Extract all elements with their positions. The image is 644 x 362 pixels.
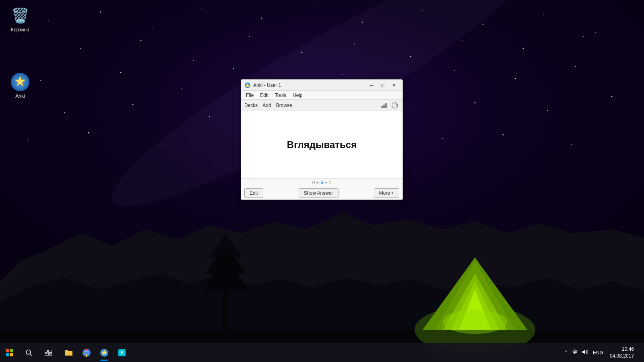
svg-point-4: [201, 8, 202, 8]
svg-point-14: [193, 60, 194, 61]
anki-desktop-icon[interactable]: Anki: [4, 70, 36, 101]
svg-rect-62: [383, 105, 385, 108]
taskbar-file-explorer[interactable]: [60, 344, 78, 362]
svg-rect-73: [48, 350, 52, 352]
svg-rect-61: [381, 106, 383, 108]
svg-point-2: [100, 12, 101, 13]
svg-point-49: [571, 144, 572, 145]
taskbar: A ˄ ENG 10:46: [0, 343, 644, 362]
svg-marker-84: [582, 350, 585, 354]
svg-point-48: [503, 134, 504, 136]
svg-marker-65: [396, 105, 397, 106]
tray-network-icon[interactable]: [570, 348, 579, 357]
counter-learn: 6: [320, 180, 323, 185]
svg-point-13: [140, 40, 142, 41]
desktop: 🗑️ Корзина Anki: [0, 0, 644, 362]
svg-point-9: [483, 24, 484, 25]
menu-help[interactable]: Help: [289, 92, 306, 99]
recycle-bin-label: Корзина: [11, 27, 29, 33]
svg-rect-72: [45, 350, 47, 352]
svg-point-43: [165, 144, 165, 145]
window-controls: ─ □ ✕: [366, 81, 399, 89]
tray-date: 04.08.2017: [610, 353, 634, 360]
svg-point-31: [575, 66, 576, 67]
task-view-button[interactable]: [39, 343, 58, 362]
svg-point-41: [28, 140, 29, 141]
menu-file[interactable]: File: [243, 92, 257, 99]
stats-icon[interactable]: [380, 101, 389, 110]
svg-point-38: [475, 102, 476, 103]
window-titlebar: Anki - User 1 ─ □ ✕: [241, 80, 402, 91]
window-app-icon: [244, 82, 251, 88]
sync-icon[interactable]: [390, 101, 399, 110]
svg-point-21: [583, 36, 584, 37]
svg-point-22: [40, 80, 41, 81]
svg-point-32: [64, 112, 65, 113]
svg-rect-63: [385, 103, 387, 108]
card-word: Вглядываться: [287, 139, 357, 150]
taskbar-apps: A: [58, 344, 564, 362]
tray-chevron[interactable]: ˄: [564, 349, 569, 356]
window-toolbar: Decks Add Browse: [241, 100, 402, 111]
toolbar-add[interactable]: Add: [262, 103, 271, 108]
footer-buttons: Edit Show Answer More ▼: [241, 187, 402, 200]
search-button[interactable]: [19, 343, 39, 362]
menu-edit[interactable]: Edit: [257, 92, 272, 99]
svg-point-3: [153, 28, 153, 29]
svg-point-8: [422, 10, 423, 10]
svg-point-23: [120, 72, 122, 73]
toolbar-right: [380, 101, 399, 110]
counter-sep1: +: [316, 180, 320, 185]
system-tray: ˄ ENG 10:46 04.08.2017: [564, 344, 644, 362]
svg-point-29: [454, 70, 455, 71]
counter-sep2: +: [324, 180, 328, 185]
more-button[interactable]: More ▼: [374, 188, 399, 198]
taskbar-chrome[interactable]: [78, 344, 95, 362]
toolbar-browse[interactable]: Browse: [276, 103, 292, 108]
svg-point-15: [249, 36, 250, 37]
svg-line-71: [30, 354, 32, 356]
svg-point-1: [48, 20, 49, 21]
svg-rect-75: [49, 353, 52, 356]
counter-new: 0: [312, 180, 315, 185]
svg-rect-53: [223, 249, 228, 330]
svg-rect-68: [6, 353, 9, 356]
tray-volume-icon[interactable]: [581, 348, 590, 357]
show-desktop-button[interactable]: [639, 344, 642, 362]
recycle-bin-icon[interactable]: 🗑️ Корзина: [4, 4, 36, 35]
edit-button[interactable]: Edit: [244, 188, 263, 198]
svg-text:A: A: [120, 350, 124, 356]
svg-point-30: [515, 78, 516, 79]
tray-language[interactable]: ENG: [591, 349, 605, 356]
window-menubar: File Edit Tools Help: [241, 91, 402, 100]
svg-point-16: [301, 52, 303, 53]
svg-point-20: [523, 48, 524, 49]
svg-point-5: [261, 18, 262, 19]
more-arrow-icon: ▼: [391, 191, 394, 195]
anki-icon-image: [10, 72, 30, 92]
tray-clock[interactable]: 10:46 04.08.2017: [607, 345, 637, 360]
taskbar-app4[interactable]: A: [113, 344, 131, 362]
close-button[interactable]: ✕: [389, 81, 399, 89]
svg-point-11: [595, 32, 596, 33]
maximize-button[interactable]: □: [378, 81, 388, 89]
toolbar-decks[interactable]: Decks: [244, 103, 258, 108]
card-counter: 0 + 6 + 1: [241, 179, 402, 187]
start-button[interactable]: [0, 343, 19, 362]
svg-rect-76: [65, 352, 72, 356]
svg-point-42: [88, 132, 89, 134]
svg-rect-51: [0, 221, 644, 362]
svg-rect-69: [10, 353, 13, 356]
svg-point-34: [209, 116, 210, 117]
window-content: Вглядываться: [241, 111, 402, 178]
taskbar-anki[interactable]: [95, 344, 113, 362]
svg-point-19: [462, 40, 463, 41]
minimize-button[interactable]: ─: [366, 81, 377, 89]
anki-window: Anki - User 1 ─ □ ✕ File Edit Tools Help…: [241, 79, 403, 200]
svg-point-27: [342, 74, 343, 75]
svg-rect-74: [45, 353, 48, 356]
menu-tools[interactable]: Tools: [272, 92, 289, 99]
show-answer-button[interactable]: Show Answer: [299, 188, 339, 198]
svg-point-47: [442, 138, 443, 139]
svg-point-79: [85, 351, 88, 354]
